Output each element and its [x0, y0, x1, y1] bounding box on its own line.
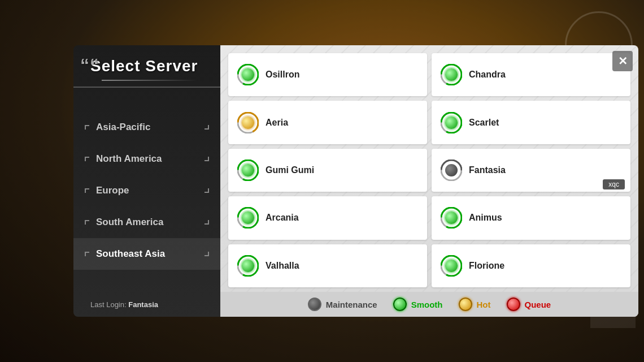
- legend-label-maintenance: Maintenance: [326, 300, 377, 309]
- sidebar-title-area: Select Server: [73, 45, 220, 88]
- server-card-valhalla[interactable]: Valhalla: [228, 244, 427, 287]
- status-dot-florione: [445, 260, 458, 272]
- server-select-modal: Select Server Asia-PacificNorth AmericaE…: [73, 45, 638, 317]
- server-name-animus: Animus: [469, 213, 502, 223]
- server-name-chandra: Chandra: [469, 70, 506, 80]
- server-name-fantasia: Fantasia: [469, 165, 506, 175]
- sidebar-item-southeast-asia[interactable]: Southeast Asia: [73, 238, 220, 270]
- sidebar: Select Server Asia-PacificNorth AmericaE…: [73, 45, 220, 317]
- legend-icon-smooth: [393, 298, 407, 311]
- sidebar-item-asia-pacific[interactable]: Asia-Pacific: [73, 111, 220, 143]
- legend-item-maintenance: Maintenance: [308, 298, 377, 311]
- server-tooltip-fantasia: xqc: [603, 179, 625, 189]
- legend-label-hot: Hot: [477, 300, 491, 309]
- legend-item-queue: Queue: [507, 298, 551, 311]
- server-name-valhalla: Valhalla: [266, 261, 299, 271]
- legend-bar: MaintenanceSmoothHotQueue: [220, 292, 638, 317]
- last-login-label: Last Login:: [90, 300, 127, 309]
- server-card-arcania[interactable]: Arcania: [228, 196, 427, 239]
- server-name-scarlet: Scarlet: [469, 118, 499, 128]
- legend-icon-queue: [507, 298, 520, 311]
- status-dot-wrapper-fantasia: [441, 160, 462, 181]
- legend-label-smooth: Smooth: [411, 300, 443, 309]
- status-dot-wrapper-aeria: [237, 112, 259, 133]
- status-dot-wrapper-animus: [441, 207, 462, 229]
- server-name-florione: Florione: [469, 261, 504, 271]
- server-card-gumi-gumi[interactable]: Gumi Gumi: [228, 149, 427, 192]
- status-dot-gumi-gumi: [242, 164, 254, 176]
- server-card-aeria[interactable]: Aeria: [228, 101, 427, 144]
- server-name-aeria: Aeria: [266, 118, 288, 128]
- sidebar-item-south-america[interactable]: South America: [73, 206, 220, 238]
- legend-label-queue: Queue: [525, 300, 551, 309]
- content-panel: ✕ OsillronChandraAeriaScarletGumi GumiFa…: [220, 45, 638, 317]
- legend-item-hot: Hot: [459, 298, 491, 311]
- status-dot-fantasia: [445, 164, 458, 176]
- server-name-osillron: Osillron: [266, 70, 299, 80]
- status-dot-wrapper-osillron: [237, 64, 259, 85]
- sidebar-footer: Last Login: Fantasia: [73, 294, 220, 317]
- legend-icon-hot: [459, 298, 472, 311]
- server-card-florione[interactable]: Florione: [432, 244, 630, 287]
- sidebar-regions: Asia-PacificNorth AmericaEuropeSouth Ame…: [73, 88, 220, 294]
- status-dot-scarlet: [445, 117, 458, 129]
- server-card-osillron[interactable]: Osillron: [228, 53, 427, 96]
- server-card-animus[interactable]: Animus: [432, 196, 630, 239]
- server-card-chandra[interactable]: Chandra: [432, 53, 630, 96]
- status-dot-wrapper-scarlet: [441, 112, 462, 133]
- legend-icon-maintenance: [308, 298, 321, 311]
- legend-item-smooth: Smooth: [393, 298, 443, 311]
- sidebar-item-north-america[interactable]: North America: [73, 143, 220, 175]
- status-dot-valhalla: [242, 260, 254, 272]
- status-dot-wrapper-arcania: [237, 207, 259, 229]
- close-button[interactable]: ✕: [612, 51, 633, 71]
- server-name-gumi-gumi: Gumi Gumi: [266, 165, 314, 175]
- status-dot-wrapper-valhalla: [237, 255, 259, 277]
- server-name-arcania: Arcania: [266, 213, 299, 223]
- server-card-fantasia[interactable]: Fantasiaxqc: [432, 149, 630, 192]
- status-dot-aeria: [242, 117, 254, 129]
- close-icon: ✕: [618, 55, 628, 67]
- status-dot-wrapper-chandra: [441, 64, 462, 85]
- status-dot-wrapper-florione: [441, 255, 462, 277]
- status-dot-wrapper-gumi-gumi: [237, 160, 259, 181]
- server-grid: OsillronChandraAeriaScarletGumi GumiFant…: [220, 45, 638, 292]
- sidebar-title: Select Server: [90, 58, 209, 75]
- server-card-scarlet[interactable]: Scarlet: [432, 101, 630, 144]
- sidebar-item-europe[interactable]: Europe: [73, 175, 220, 206]
- last-login-server: Fantasia: [128, 300, 158, 309]
- sidebar-divider: [102, 80, 197, 81]
